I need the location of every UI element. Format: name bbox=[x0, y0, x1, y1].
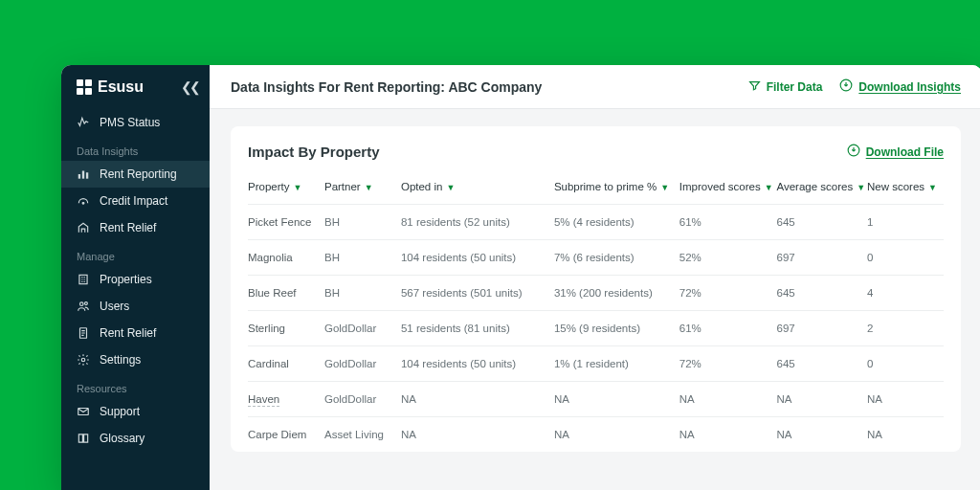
cell-avg: 645 bbox=[777, 276, 868, 311]
relief-icon bbox=[77, 221, 90, 234]
filter-data-button[interactable]: Filter Data bbox=[748, 79, 823, 95]
sidebar-item-users[interactable]: Users bbox=[61, 293, 210, 320]
svg-point-12 bbox=[81, 358, 85, 362]
col-header[interactable]: Improved scores▼ bbox=[679, 173, 777, 205]
sort-icon: ▼ bbox=[765, 183, 773, 192]
col-header[interactable]: Partner▼ bbox=[324, 173, 401, 205]
cell-opted: NA bbox=[401, 382, 554, 417]
svg-point-10 bbox=[84, 302, 87, 305]
col-label: Opted in bbox=[401, 181, 442, 192]
sidebar-section-heading: Data Insights bbox=[61, 136, 210, 161]
cell-opted: 104 residents (50 units) bbox=[401, 346, 554, 382]
table-row[interactable]: SterlingGoldDollar51 residents (81 units… bbox=[248, 311, 944, 346]
table-row[interactable]: CardinalGoldDollar104 residents (50 unit… bbox=[248, 346, 944, 382]
table-row[interactable]: MagnoliaBH104 residents (50 units)7% (6 … bbox=[248, 240, 944, 276]
svg-rect-6 bbox=[86, 172, 88, 178]
cell-opted: 104 residents (50 units) bbox=[401, 240, 554, 276]
doc-icon bbox=[77, 326, 90, 340]
sort-icon: ▼ bbox=[928, 183, 937, 192]
download-insights-button[interactable]: Download Insights bbox=[839, 78, 961, 95]
cell-subprime: 1% (1 resident) bbox=[554, 346, 679, 382]
col-label: Improved scores bbox=[679, 181, 761, 192]
sidebar-item-rent-reporting[interactable]: Rent Reporting bbox=[61, 161, 210, 188]
cell-partner: BH bbox=[324, 205, 401, 240]
sidebar-item-label: Rent Relief bbox=[100, 326, 156, 340]
sidebar-item-label: Rent Reporting bbox=[100, 167, 177, 181]
svg-rect-0 bbox=[77, 79, 83, 86]
col-label: Partner bbox=[324, 181, 361, 192]
sidebar-item-rent-relief[interactable]: Rent Relief bbox=[61, 320, 210, 346]
status-icon bbox=[77, 116, 90, 129]
bars-icon bbox=[77, 167, 90, 181]
cell-opted: NA bbox=[401, 417, 554, 453]
mail-icon bbox=[77, 405, 90, 418]
sidebar-item-properties[interactable]: Properties bbox=[61, 266, 210, 293]
table-body: Picket FenceBH81 residents (52 units)5% … bbox=[248, 205, 944, 453]
book-icon bbox=[77, 432, 90, 445]
table-row[interactable]: HavenGoldDollarNANANANANA bbox=[248, 382, 944, 417]
cell-subprime: NA bbox=[554, 417, 679, 453]
page-title-company: ABC Company bbox=[448, 79, 542, 95]
sort-icon: ▼ bbox=[857, 183, 865, 192]
cell-improved: NA bbox=[679, 382, 777, 417]
sidebar-section-heading: Manage bbox=[61, 241, 210, 266]
sidebar-item-credit-impact[interactable]: Credit Impact bbox=[61, 188, 210, 214]
svg-point-7 bbox=[82, 202, 84, 204]
cell-avg: 645 bbox=[777, 205, 868, 240]
cell-improved: 61% bbox=[679, 205, 777, 240]
content: Impact By Property Download File Propert… bbox=[210, 109, 980, 452]
cell-improved: 72% bbox=[679, 346, 777, 382]
sidebar-item-label: Properties bbox=[100, 273, 152, 286]
table-row[interactable]: Picket FenceBH81 residents (52 units)5% … bbox=[248, 205, 944, 240]
impact-card: Impact By Property Download File Propert… bbox=[231, 126, 961, 452]
download-icon bbox=[847, 144, 860, 160]
col-header[interactable]: Subprime to prime %▼ bbox=[554, 173, 679, 205]
cell-property: Magnolia bbox=[248, 240, 324, 276]
sidebar-item-label: Support bbox=[100, 405, 140, 418]
sidebar-item-glossary[interactable]: Glossary bbox=[61, 425, 210, 452]
col-header[interactable]: Average scores▼ bbox=[777, 173, 868, 205]
download-insights-label: Download Insights bbox=[858, 80, 961, 94]
svg-rect-4 bbox=[78, 174, 80, 179]
cell-avg: NA bbox=[777, 417, 868, 453]
cell-improved: 52% bbox=[679, 240, 777, 276]
cell-new: 2 bbox=[867, 311, 944, 346]
col-header[interactable]: New scores▼ bbox=[867, 173, 944, 205]
cell-property: Haven bbox=[248, 382, 324, 417]
logo-mark-icon bbox=[77, 79, 92, 95]
cell-subprime: 7% (6 residents) bbox=[554, 240, 679, 276]
sidebar-item-settings[interactable]: Settings bbox=[61, 346, 210, 373]
table-row[interactable]: Blue ReefBH567 residents (501 units)31% … bbox=[248, 276, 944, 311]
table-row[interactable]: Carpe DiemAsset LivingNANANANANA bbox=[248, 417, 944, 453]
sidebar-item-rent-relief[interactable]: Rent Relief bbox=[61, 214, 210, 241]
cell-partner: BH bbox=[324, 276, 401, 311]
top-actions: Filter Data Download Insights bbox=[748, 78, 961, 95]
cell-partner: GoldDollar bbox=[324, 311, 401, 346]
cell-property: Picket Fence bbox=[248, 205, 324, 240]
cell-subprime: 31% (200 residents) bbox=[554, 276, 679, 311]
cell-property: Blue Reef bbox=[248, 276, 324, 311]
cell-opted: 567 residents (501 units) bbox=[401, 276, 554, 311]
cell-new: 1 bbox=[867, 205, 944, 240]
col-header[interactable]: Opted in▼ bbox=[401, 173, 554, 205]
download-file-button[interactable]: Download File bbox=[847, 144, 944, 160]
cell-improved: 72% bbox=[679, 276, 777, 311]
sidebar-item-label: Rent Relief bbox=[100, 221, 156, 234]
brand-logo[interactable]: Esusu bbox=[77, 78, 144, 96]
funnel-icon bbox=[748, 79, 761, 95]
cell-property: Sterling bbox=[248, 311, 324, 346]
col-header[interactable]: Property▼ bbox=[248, 173, 324, 205]
cell-new: 0 bbox=[867, 346, 944, 382]
table-header-row: Property▼Partner▼Opted in▼Subprime to pr… bbox=[248, 173, 944, 205]
gear-icon bbox=[77, 353, 90, 367]
cell-new: NA bbox=[867, 382, 944, 417]
nav: PMS StatusData InsightsRent ReportingCre… bbox=[61, 109, 210, 452]
svg-point-9 bbox=[80, 302, 84, 306]
collapse-sidebar-icon[interactable]: ❮❮ bbox=[181, 79, 198, 95]
sidebar-item-pms-status[interactable]: PMS Status bbox=[61, 109, 210, 136]
main: Data Insights For Rent Reporting: ABC Co… bbox=[210, 65, 980, 490]
sidebar: Esusu ❮❮ PMS StatusData InsightsRent Rep… bbox=[61, 65, 210, 490]
sidebar-item-support[interactable]: Support bbox=[61, 398, 210, 425]
cell-subprime: 5% (4 residents) bbox=[554, 205, 679, 240]
filter-label: Filter Data bbox=[767, 80, 823, 94]
